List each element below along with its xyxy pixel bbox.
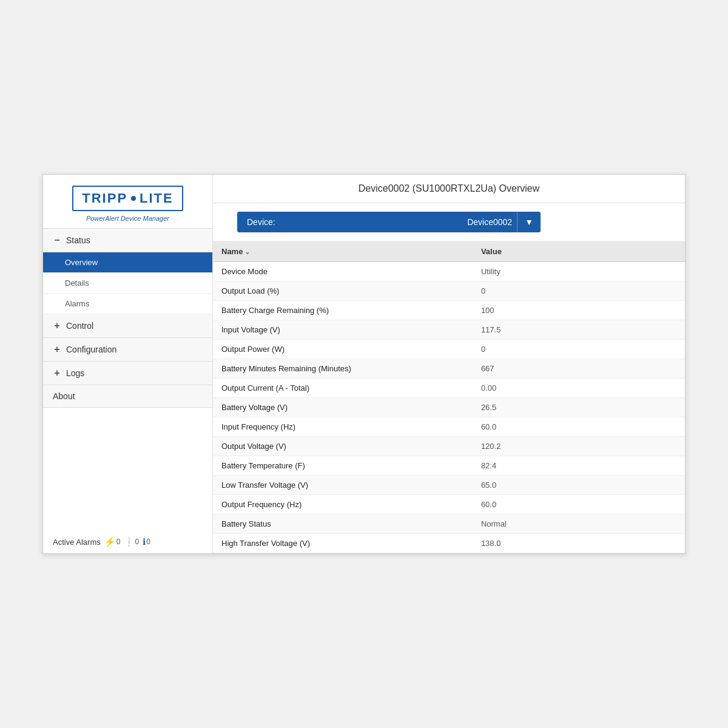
table-row: Output Frequency (Hz)60.0	[213, 495, 685, 514]
table-cell-value: 0	[473, 340, 685, 359]
configuration-expand-icon: +	[53, 344, 61, 355]
configuration-section-label: Configuration	[66, 345, 116, 354]
device-selector-bar: Device: Device0002 ▼	[213, 203, 685, 241]
sidebar-item-overview[interactable]: Overview	[43, 252, 212, 273]
active-alarms-bar: Active Alarms ⚡0 ❕0 ℹ0	[43, 530, 212, 553]
control-expand-icon: +	[53, 320, 61, 331]
device-label: Device:	[237, 212, 285, 232]
table-row: Output Power (W)0	[213, 340, 685, 359]
table-cell-name: Output Voltage (V)	[213, 437, 473, 456]
alarm-info-badge: ℹ0	[143, 537, 150, 547]
table-cell-value: 65.0	[473, 476, 685, 495]
logo-area: TRIPP LITE PowerAlert Device Manager	[43, 175, 212, 229]
table-cell-value: 26.5	[473, 398, 685, 417]
lightning-icon: ⚡	[104, 536, 116, 547]
device-dropdown-arrow-icon[interactable]: ▼	[517, 212, 541, 232]
logo-lite: LITE	[140, 190, 174, 206]
table-cell-name: Battery Voltage (V)	[213, 398, 473, 417]
table-cell-name: Input Frequency (Hz)	[213, 417, 473, 437]
table-cell-value: 667	[473, 359, 685, 379]
table-cell-name: Output Frequency (Hz)	[213, 495, 473, 514]
control-section-label: Control	[66, 321, 93, 331]
control-section-header[interactable]: + Control	[43, 314, 212, 338]
status-section-header[interactable]: − Status	[43, 229, 212, 252]
table-cell-name: Low Transfer Voltage (V)	[213, 476, 473, 495]
col-header-value: Value	[473, 241, 685, 262]
table-cell-value: 117.5	[473, 320, 685, 340]
overview-table-container: Name Value Device ModeUtilityOutput Load…	[213, 241, 685, 553]
status-collapse-icon: −	[53, 235, 61, 246]
overview-table: Name Value Device ModeUtilityOutput Load…	[213, 241, 685, 553]
page-title: Device0002 (SU1000RTXL2Ua) Overview	[213, 175, 685, 203]
table-row: Output Current (A - Total)0.00	[213, 379, 685, 398]
sidebar-item-alarms[interactable]: Alarms	[43, 294, 212, 314]
table-cell-value: 138.0	[473, 534, 685, 553]
table-cell-name: Output Current (A - Total)	[213, 379, 473, 398]
table-row: Battery Temperature (F)82.4	[213, 456, 685, 476]
sidebar-nav: − Status Overview Details Alarms + Contr…	[43, 229, 212, 530]
table-row: Low Transfer Voltage (V)65.0	[213, 476, 685, 495]
table-cell-name: High Transfer Voltage (V)	[213, 534, 473, 553]
table-row: Battery Voltage (V)26.5	[213, 398, 685, 417]
alarm-warning-badge: ❕0	[124, 537, 139, 547]
status-section-label: Status	[66, 235, 90, 245]
table-cell-name: Device Mode	[213, 262, 473, 281]
table-row: Input Frequency (Hz)60.0	[213, 417, 685, 437]
table-cell-name: Battery Minutes Remaining (Minutes)	[213, 359, 473, 379]
table-row: Battery StatusNormal	[213, 514, 685, 534]
table-cell-name: Battery Charge Remaining (%)	[213, 301, 473, 320]
info-icon: ℹ	[143, 537, 146, 547]
table-cell-value: 120.2	[473, 437, 685, 456]
table-row: Output Load (%)0	[213, 281, 685, 301]
table-cell-value: 82.4	[473, 456, 685, 476]
table-cell-name: Input Voltage (V)	[213, 320, 473, 340]
active-alarms-label: Active Alarms	[53, 538, 101, 547]
brand-logo: TRIPP LITE	[72, 186, 183, 211]
logo-tripp: TRIPP	[82, 190, 127, 206]
table-cell-value: 60.0	[473, 417, 685, 437]
device-select-value: Device0002	[285, 212, 517, 232]
table-cell-value: 60.0	[473, 495, 685, 514]
table-cell-value: 100	[473, 301, 685, 320]
configuration-section-header[interactable]: + Configuration	[43, 338, 212, 362]
table-row: Input Voltage (V)117.5	[213, 320, 685, 340]
table-cell-name: Output Power (W)	[213, 340, 473, 359]
table-row: Device ModeUtility	[213, 262, 685, 281]
table-row: Battery Minutes Remaining (Minutes)667	[213, 359, 685, 379]
table-row: Output Voltage (V)120.2	[213, 437, 685, 456]
app-container: TRIPP LITE PowerAlert Device Manager − S…	[42, 174, 686, 554]
table-cell-name: Battery Status	[213, 514, 473, 534]
table-cell-value: 0	[473, 281, 685, 301]
about-item[interactable]: About	[43, 385, 212, 408]
warning-icon: ❕	[124, 537, 134, 547]
table-cell-value: Utility	[473, 262, 685, 281]
logs-expand-icon: +	[53, 368, 61, 379]
alarm-lightning-badge: ⚡0	[104, 536, 121, 547]
main-content: Device0002 (SU1000RTXL2Ua) Overview Devi…	[213, 175, 685, 553]
table-cell-name: Battery Temperature (F)	[213, 456, 473, 476]
sidebar: TRIPP LITE PowerAlert Device Manager − S…	[43, 175, 213, 553]
table-row: Battery Charge Remaining (%)100	[213, 301, 685, 320]
sidebar-item-details[interactable]: Details	[43, 273, 212, 294]
table-row: High Transfer Voltage (V)138.0	[213, 534, 685, 553]
col-header-name[interactable]: Name	[213, 241, 473, 262]
logs-section-label: Logs	[66, 368, 84, 378]
table-cell-name: Output Load (%)	[213, 281, 473, 301]
table-cell-value: 0.00	[473, 379, 685, 398]
logs-section-header[interactable]: + Logs	[43, 362, 212, 385]
device-selector[interactable]: Device: Device0002 ▼	[237, 212, 541, 232]
table-cell-value: Normal	[473, 514, 685, 534]
app-subtitle: PowerAlert Device Manager	[86, 215, 169, 222]
